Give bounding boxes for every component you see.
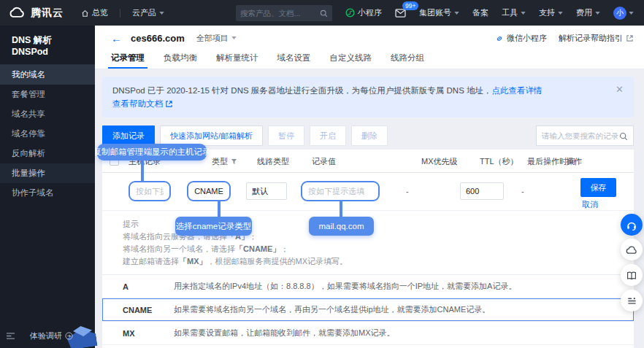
domain-title: ces666.com [131, 33, 185, 44]
save-button[interactable]: 保存 [580, 178, 616, 197]
nav-mini-program[interactable]: 小程序 [345, 7, 382, 18]
sidebar-item-reverse-dns[interactable]: 反向解析 [0, 144, 95, 163]
record-search[interactable] [536, 125, 634, 146]
search-icon[interactable] [619, 129, 628, 142]
fab-customer-service[interactable] [621, 214, 643, 236]
last-op-time-value: - [521, 187, 524, 196]
cancel-button[interactable]: 取消 [582, 199, 598, 210]
nav-group-account[interactable]: 集团账号 [419, 7, 459, 18]
record-type-description: 用来指定域名的IPv4地址（如：8.8.8.8），如果需要将域名指向一个IP地址… [174, 281, 516, 292]
link-icon [495, 33, 504, 42]
divider [120, 9, 120, 18]
main-panel: ← ces666.com 全部项目 微信小程序 解析记录帮助指引 记录管理负载 [95, 26, 644, 348]
nav-overview[interactable]: 总览 [81, 7, 108, 18]
sidebar-menu: 我的域名套餐管理域名共享域名停靠反向解析批量操作协作子域名 [0, 65, 95, 203]
nav-icp-filing[interactable]: 备案 [472, 7, 488, 18]
hint-line-2: 将域名指向另一个域名，请选择「CNAME」； [123, 243, 634, 255]
column-header-operation: 操作 [566, 150, 582, 173]
nav-billing-label: 费用 [576, 7, 592, 18]
survey-icon [626, 294, 637, 307]
sidebar-item-my-domains[interactable]: 我的域名 [0, 65, 95, 85]
nav-products-label: 云产品 [132, 7, 156, 18]
message-count-badge: 99+ [402, 1, 418, 10]
record-type-row-txt[interactable]: TXT在这里可以填写任何东西，长度限制255。绝大多数的TXT记录是用来做SPF… [102, 345, 634, 348]
ttl-input[interactable] [460, 182, 504, 200]
banner-text: DNSPod 已于 2020-12-15 针对 DNS 服务器地址进行全面升级，… [112, 86, 492, 95]
guide-tooltip-type: 选择cname记录类型 [175, 217, 252, 236]
search-icon[interactable] [320, 8, 328, 18]
guide-tooltip-value: mail.qq.com [309, 217, 374, 236]
project-selector[interactable]: 全部项目 [196, 33, 237, 44]
nav-messages[interactable]: 99+ [395, 8, 406, 18]
nav-tools[interactable]: 工具 [502, 7, 526, 18]
quick-add-button[interactable]: 快速添加网站/邮箱解析 [160, 125, 263, 146]
record-value-input[interactable] [301, 181, 380, 201]
tab-custom-lines[interactable]: 自定义线路 [330, 47, 372, 69]
nav-support[interactable]: 支持 [539, 7, 563, 18]
fab-documentation[interactable] [621, 264, 643, 286]
tab-line-groups[interactable]: 线路分组 [391, 47, 424, 69]
nav-group-account-label: 集团账号 [419, 7, 451, 18]
nav-billing[interactable]: 费用 [576, 7, 600, 18]
sidebar-item-domain-parking[interactable]: 域名停靠 [0, 124, 95, 144]
record-type-name: MX [123, 329, 174, 338]
record-type-row-a[interactable]: A用来指定域名的IPv4地址（如：8.8.8.8），如果需要将域名指向一个IP地… [102, 275, 634, 298]
host-record-input[interactable] [129, 181, 171, 201]
tab-record-management[interactable]: 记录管理 [111, 47, 145, 69]
global-search[interactable] [236, 5, 332, 21]
record-type-row-cname[interactable]: CNAME如果需要将域名指向另一个域名，再由另一个域名提供ip地址，就需要添加C… [102, 298, 634, 322]
wechat-mini-program-link[interactable]: 微信小程序 [495, 33, 547, 44]
pause-button[interactable]: 暂停 [268, 125, 304, 146]
mx-priority-value: - [406, 187, 409, 196]
records-toolbar: 添加记录 快速添加网站/邮箱解析 暂停 开启 删除 [102, 125, 634, 146]
top-navbar: 腾讯云 总览 云产品 小程序 [0, 0, 644, 26]
page-header-links: 微信小程序 解析记录帮助指引 [495, 33, 634, 44]
record-type-help-rows: A用来指定域名的IPv4地址（如：8.8.8.8），如果需要将域名指向一个IP地… [102, 275, 634, 348]
enable-button[interactable]: 开启 [310, 125, 346, 146]
global-search-input[interactable] [240, 9, 320, 18]
upgrade-notice-banner: DNSPod 已于 2020-12-15 针对 DNS 服务器地址进行全面升级，… [102, 77, 634, 117]
user-avatar[interactable]: 小 [613, 7, 626, 20]
column-header-type-label: 类型 [212, 157, 228, 166]
column-header-mx-label: MX优先级 [421, 157, 458, 166]
sidebar-item-collaborative-subdomains[interactable]: 协作子域名 [0, 183, 95, 203]
column-header-value: 记录值 [312, 150, 336, 173]
external-link-icon [165, 99, 173, 108]
help-guide-label: 解析记录帮助指引 [559, 33, 623, 44]
filter-funnel-icon[interactable] [228, 157, 237, 166]
record-type-row-mx[interactable]: MX如果需要设置邮箱，让邮箱能收到邮件，就需要添加MX记录。 [102, 322, 634, 345]
back-button[interactable]: ← [111, 33, 122, 44]
guide-tooltip-host: 复制邮箱管理端显示的主机记录 [97, 144, 207, 161]
close-icon[interactable]: ✕ [616, 83, 624, 96]
tab-domain-settings[interactable]: 域名设置 [277, 47, 311, 69]
record-type-name: A [123, 282, 174, 291]
banner-detail-link[interactable]: 点此查看详情 [492, 86, 543, 95]
line-type-select[interactable] [246, 182, 287, 200]
home-icon [81, 8, 89, 18]
column-header-mx: MX优先级 [421, 150, 458, 173]
nav-products[interactable]: 云产品 [132, 7, 164, 18]
tencent-cloud-logo[interactable]: 腾讯云 [7, 7, 64, 20]
sidebar-item-plan-management[interactable]: 套餐管理 [0, 85, 95, 104]
external-link-icon [626, 34, 634, 43]
record-type-description: 如果需要设置邮箱，让邮箱能收到邮件，就需要添加MX记录。 [174, 328, 395, 339]
sidebar-item-domain-sharing[interactable]: 域名共享 [0, 104, 95, 124]
nav-icp-filing-label: 备案 [472, 7, 488, 18]
column-header-ttl-label: TTL（秒） [480, 157, 518, 166]
help-guide-link[interactable]: 解析记录帮助指引 [559, 33, 634, 44]
tab-resolution-stats[interactable]: 解析量统计 [216, 47, 258, 69]
add-record-button[interactable]: 添加记录 [102, 125, 155, 146]
record-search-input[interactable] [542, 131, 619, 140]
fab-cloud-shortcut[interactable] [621, 239, 643, 260]
record-type-select[interactable] [187, 181, 231, 201]
chevron-down-icon [629, 12, 634, 15]
delete-button[interactable]: 删除 [351, 125, 388, 146]
column-header-type: 类型 [212, 150, 237, 173]
banner-doc-link[interactable]: 查看帮助文档 [112, 99, 163, 108]
project-selector-label: 全部项目 [196, 33, 229, 44]
collapse-sidebar-icon[interactable] [6, 331, 15, 341]
tab-load-balancing[interactable]: 负载均衡 [164, 47, 197, 69]
sidebar-item-batch-operations[interactable]: 批量操作 [0, 163, 95, 183]
survey-link[interactable]: 体验调研 [30, 330, 73, 341]
fab-feedback-survey[interactable] [621, 290, 643, 312]
